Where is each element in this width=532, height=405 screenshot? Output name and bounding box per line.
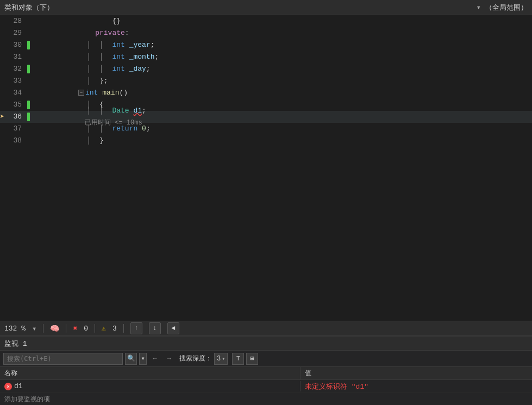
watch-var-name: d1 [14, 382, 23, 390]
warning-icon: ⚠ [102, 324, 106, 333]
nav-forward-button[interactable]: → [163, 353, 175, 365]
watch-var-value: 未定义标识符 "d1" [305, 383, 368, 391]
arrow-left-icon: ← [153, 355, 157, 363]
depth-selector[interactable]: 3 ▾ [214, 353, 228, 365]
up-button[interactable]: ↑ [130, 322, 142, 334]
down-button[interactable]: ↓ [149, 322, 161, 334]
col-header-name: 名称 [0, 367, 301, 379]
indicator-30 [27, 41, 34, 49]
watch-tool-icon-1: ⊤ [236, 354, 240, 363]
watch-tool-icon-2: ⊞ [251, 354, 254, 363]
indicator-32 [27, 65, 34, 73]
arrow-gutter-36: ➤ [0, 113, 4, 121]
line-num-32: 32 [4, 63, 27, 75]
depth-label: 搜索深度： [179, 354, 212, 363]
add-watch-label: 添加要监视的项 [4, 395, 50, 404]
line-num-34: 34 [4, 87, 27, 99]
left-arrow-icon: ◄ [171, 325, 175, 332]
status-separator-1 [43, 324, 43, 333]
line-num-33: 33 [4, 75, 27, 87]
error-circle-icon: ✕ [4, 383, 12, 390]
watch-icon-btn-2[interactable]: ⊞ [246, 353, 258, 365]
code-lines: 28 {} 29 private: 30 [0, 15, 532, 321]
search-icon: 🔍 [127, 354, 135, 363]
green-bar-36 [27, 113, 30, 121]
top-bar-dropdown[interactable]: ▾ [477, 3, 481, 12]
line-num-38: 38 [4, 135, 27, 147]
zoom-dropdown[interactable]: ▾ [32, 324, 36, 333]
top-bar-title: 类和对象（下） [4, 3, 472, 13]
col-value-label: 值 [305, 370, 311, 377]
line-num-35: 35 [4, 99, 27, 111]
down-arrow-icon: ↓ [153, 325, 157, 332]
green-bar-35 [27, 101, 30, 109]
indicator-36 [27, 113, 34, 121]
watch-toolbar: 🔍 ▾ ← → 搜索深度： 3 ▾ ⊤ ⊞ [0, 351, 532, 367]
line-num-37: 37 [4, 123, 27, 135]
code-container: 28 {} 29 private: 30 [0, 15, 532, 321]
error-icon: ✖ [73, 324, 77, 333]
watch-header: 监视 1 [0, 337, 532, 351]
watch-search-input[interactable] [7, 355, 119, 363]
indicator-35 [27, 101, 34, 109]
status-separator-4 [123, 324, 124, 333]
col-name-label: 名称 [4, 370, 17, 377]
watch-add-row[interactable]: 添加要监视的项 [0, 393, 532, 405]
up-arrow-icon: ↑ [134, 325, 138, 332]
watch-row-d1[interactable]: ✕ d1 未定义标识符 "d1" [0, 380, 532, 393]
table-row: 38 │ } [0, 135, 532, 147]
col-header-value: 值 [301, 367, 532, 379]
watch-row-value-d1: 未定义标识符 "d1" [301, 381, 532, 392]
watch-row-name-d1: ✕ d1 [0, 381, 301, 391]
watch-icon-btn-1[interactable]: ⊤ [232, 353, 244, 365]
zoom-label: 132 % [4, 325, 26, 333]
line-num-36: 36 [4, 111, 27, 123]
left-button[interactable]: ◄ [167, 322, 179, 334]
chevron-down-icon: ▾ [141, 354, 145, 363]
green-bar-30 [27, 41, 30, 49]
line-num-29: 29 [4, 27, 27, 39]
watch-panel: 监视 1 🔍 ▾ ← → 搜索深度： 3 ▾ ⊤ ⊞ 名称 [0, 336, 532, 405]
line-num-31: 31 [4, 51, 27, 63]
nav-back-button[interactable]: ← [149, 353, 161, 365]
warning-count: 3 [112, 325, 117, 333]
current-line-arrow-icon: ➤ [0, 113, 4, 121]
error-count: 0 [84, 325, 88, 333]
status-separator-2 [66, 324, 66, 333]
depth-dropdown-icon: ▾ [222, 356, 225, 362]
line-num-30: 30 [4, 39, 27, 51]
editor-area: 28 {} 29 private: 30 [0, 15, 532, 321]
watch-title: 监视 1 [4, 339, 27, 348]
green-bar-32 [27, 65, 30, 73]
status-separator-3 [95, 324, 95, 333]
watch-column-headers: 名称 值 [0, 367, 532, 380]
depth-value: 3 [217, 355, 221, 363]
search-dropdown-button[interactable]: ▾ [139, 353, 147, 365]
brain-icon[interactable]: 🧠 [50, 324, 59, 333]
watch-search-box[interactable] [3, 353, 123, 365]
top-bar-scope: （全局范围） [485, 3, 528, 13]
line-num-28: 28 [4, 15, 27, 27]
top-bar: 类和对象（下） ▾ （全局范围） [0, 0, 532, 15]
arrow-right-icon: → [167, 355, 171, 363]
watch-search-button[interactable]: 🔍 [125, 353, 137, 365]
status-bar: 132 % ▾ 🧠 ✖ 0 ⚠ 3 ↑ ↓ ◄ [0, 321, 532, 336]
code-content-38: │ } [34, 123, 104, 159]
